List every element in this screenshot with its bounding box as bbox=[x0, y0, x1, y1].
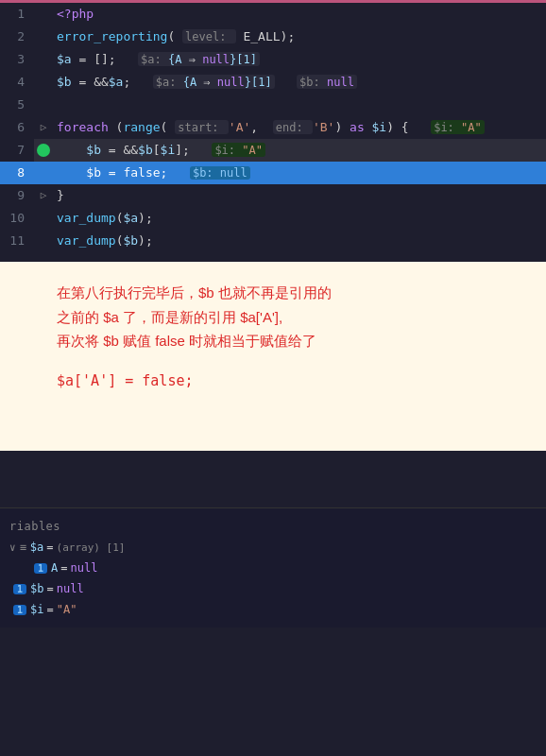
line-4: 4 $b = &&$a; $a: {A ⇒ null}[1] $b: null bbox=[0, 71, 546, 94]
badge-a-child: 1 bbox=[34, 563, 47, 574]
line-content-2: error_reporting( level: E_ALL); bbox=[53, 26, 546, 48]
line-number-4: 4 bbox=[0, 71, 34, 94]
list-icon-a: ≡ bbox=[20, 541, 26, 554]
line-content-1: <?php bbox=[53, 3, 546, 26]
spacer bbox=[0, 451, 546, 507]
badge-i: 1 bbox=[13, 605, 26, 615]
line-content-7: $b = &&$b[$i]; $i: "A" bbox=[53, 139, 546, 162]
line-9: 9 ▷ } bbox=[0, 184, 546, 207]
gutter-9: ▷ bbox=[34, 184, 53, 207]
line-number-3: 3 bbox=[0, 48, 34, 71]
var-type-a: (array) [1] bbox=[57, 541, 126, 554]
line-number-7: 7 bbox=[0, 139, 34, 162]
line-11: 11 var_dump($b); bbox=[0, 230, 546, 252]
line-number-9: 9 bbox=[0, 184, 34, 207]
child-eq-A: = bbox=[60, 561, 67, 575]
code-section: 1 <?php 2 error_reporting( level: E_ALL)… bbox=[0, 3, 546, 262]
child-val-A: null bbox=[71, 561, 98, 575]
editor-area: 1 <?php 2 error_reporting( level: E_ALL)… bbox=[0, 0, 546, 627]
annotation-section: 在第八行执行完毕后，$b 也就不再是引用的之前的 $a 了，而是新的引用 $a[… bbox=[0, 262, 546, 451]
line-content-10: var_dump($a); bbox=[53, 207, 546, 230]
line-number-10: 10 bbox=[0, 207, 34, 230]
line-content-8: $b = false; $b: null bbox=[53, 162, 546, 184]
line-8: 8 $b = false; $b: null bbox=[0, 162, 546, 184]
var-item-a-child: 1 A = null bbox=[0, 558, 546, 578]
child-name-A: A bbox=[51, 561, 58, 575]
var-val-i: "A" bbox=[57, 603, 77, 616]
badge-b: 1 bbox=[13, 584, 26, 594]
line-number-5: 5 bbox=[0, 94, 34, 116]
var-eq-b: = bbox=[46, 582, 53, 595]
line-number-6: 6 bbox=[0, 116, 34, 139]
line-content-11: var_dump($b); bbox=[53, 230, 546, 252]
var-eq-a: = bbox=[46, 541, 53, 554]
line-content-6: foreach (range( start: 'A', end: 'B') as… bbox=[53, 116, 546, 139]
gutter-7 bbox=[34, 144, 53, 157]
var-name-b: $b bbox=[30, 582, 43, 595]
variables-panel: riables ∨ ≡ $a = (array) [1] 1 A = null … bbox=[0, 507, 546, 627]
var-item-b[interactable]: 1 $b = null bbox=[0, 578, 546, 599]
line-10: 10 var_dump($a); bbox=[0, 207, 546, 230]
fold-arrow-9[interactable]: ▷ bbox=[41, 184, 47, 207]
var-item-a[interactable]: ∨ ≡ $a = (array) [1] bbox=[0, 537, 546, 558]
line-content-9: } bbox=[53, 184, 546, 207]
line-5: 5 bbox=[0, 94, 546, 116]
gutter-6: ▷ bbox=[34, 116, 53, 139]
line-number-1: 1 bbox=[0, 3, 34, 26]
line-content-5 bbox=[53, 94, 546, 116]
var-name-i: $i bbox=[30, 603, 43, 616]
line-content-4: $b = &&$a; $a: {A ⇒ null}[1] $b: null bbox=[53, 71, 546, 94]
line-number-2: 2 bbox=[0, 26, 34, 48]
annotation-text: 在第八行执行完毕后，$b 也就不再是引用的之前的 $a 了，而是新的引用 $a[… bbox=[57, 281, 527, 353]
var-name-a: $a bbox=[30, 541, 43, 554]
fold-arrow-6[interactable]: ▷ bbox=[41, 116, 47, 139]
line-3: 3 $a = []; $a: {A ⇒ null}[1] bbox=[0, 48, 546, 71]
line-content-3: $a = []; $a: {A ⇒ null}[1] bbox=[53, 48, 546, 71]
line-number-8: 8 bbox=[0, 162, 34, 184]
line-7: 7 $b = &&$b[$i]; $i: "A" bbox=[0, 139, 546, 162]
annotation-code: $a['A'] = false; bbox=[57, 372, 527, 389]
line-6: 6 ▷ foreach (range( start: 'A', end: 'B'… bbox=[0, 116, 546, 139]
var-eq-i: = bbox=[46, 603, 53, 616]
breakpoint-dot-7[interactable] bbox=[37, 144, 50, 157]
line-1: 1 <?php bbox=[0, 3, 546, 26]
expand-icon-a[interactable]: ∨ bbox=[9, 541, 16, 554]
line-2: 2 error_reporting( level: E_ALL); bbox=[0, 26, 546, 48]
var-val-b: null bbox=[57, 582, 84, 595]
variables-header: riables bbox=[0, 516, 546, 537]
var-item-i[interactable]: 1 $i = "A" bbox=[0, 599, 546, 620]
line-number-11: 11 bbox=[0, 230, 34, 252]
